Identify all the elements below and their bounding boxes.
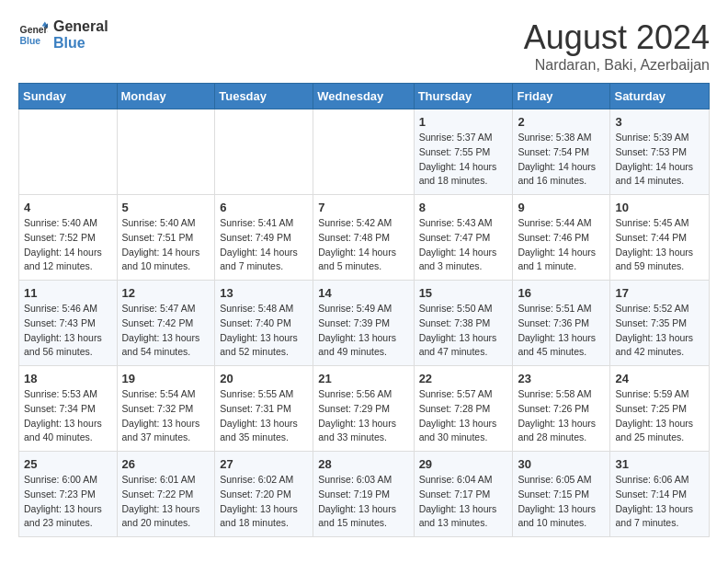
day-number: 9 [518,201,605,214]
day-number: 23 [518,372,605,385]
day-info: Sunrise: 5:55 AMSunset: 7:31 PMDaylight:… [220,387,308,445]
logo-line2: Blue [53,35,108,52]
day-cell: 31Sunrise: 6:06 AMSunset: 7:14 PMDayligh… [610,452,710,537]
day-number: 28 [318,457,408,471]
week-row-3: 11Sunrise: 5:46 AMSunset: 7:43 PMDayligh… [19,281,710,366]
day-info: Sunrise: 5:56 AMSunset: 7:29 PMDaylight:… [318,387,408,445]
day-number: 10 [615,201,704,214]
day-number: 17 [615,286,704,300]
day-cell: 28Sunrise: 6:03 AMSunset: 7:19 PMDayligh… [313,452,414,537]
logo: General Blue General Blue [18,18,108,51]
day-info: Sunrise: 5:49 AMSunset: 7:39 PMDaylight:… [318,302,408,360]
day-cell: 19Sunrise: 5:54 AMSunset: 7:32 PMDayligh… [117,366,215,452]
day-info: Sunrise: 5:47 AMSunset: 7:42 PMDaylight:… [122,302,210,360]
day-number: 25 [24,457,112,471]
day-number: 7 [318,201,408,214]
day-info: Sunrise: 5:48 AMSunset: 7:40 PMDaylight:… [220,302,308,360]
day-cell: 12Sunrise: 5:47 AMSunset: 7:42 PMDayligh… [117,281,215,366]
day-info: Sunrise: 6:02 AMSunset: 7:20 PMDaylight:… [220,473,308,531]
day-info: Sunrise: 6:05 AMSunset: 7:15 PMDaylight:… [518,473,605,531]
day-number: 26 [122,457,210,471]
day-cell: 23Sunrise: 5:58 AMSunset: 7:26 PMDayligh… [513,366,610,452]
day-info: Sunrise: 6:00 AMSunset: 7:23 PMDaylight:… [24,473,112,531]
day-number: 2 [518,115,605,129]
header-cell-monday: Monday [117,84,215,109]
day-cell: 24Sunrise: 5:59 AMSunset: 7:25 PMDayligh… [610,366,710,452]
day-info: Sunrise: 5:39 AMSunset: 7:53 PMDaylight:… [615,131,704,189]
week-row-5: 25Sunrise: 6:00 AMSunset: 7:23 PMDayligh… [19,452,710,537]
week-row-1: 1Sunrise: 5:37 AMSunset: 7:55 PMDaylight… [19,109,710,195]
day-cell: 17Sunrise: 5:52 AMSunset: 7:35 PMDayligh… [610,281,710,366]
header-row: SundayMondayTuesdayWednesdayThursdayFrid… [19,84,710,109]
day-info: Sunrise: 6:04 AMSunset: 7:17 PMDaylight:… [419,473,508,531]
day-info: Sunrise: 5:41 AMSunset: 7:49 PMDaylight:… [220,216,308,274]
week-row-2: 4Sunrise: 5:40 AMSunset: 7:52 PMDaylight… [19,195,710,281]
day-cell: 20Sunrise: 5:55 AMSunset: 7:31 PMDayligh… [215,366,313,452]
header-cell-friday: Friday [513,84,610,109]
day-cell: 30Sunrise: 6:05 AMSunset: 7:15 PMDayligh… [513,452,610,537]
day-info: Sunrise: 5:40 AMSunset: 7:52 PMDaylight:… [24,216,112,274]
calendar-table: SundayMondayTuesdayWednesdayThursdayFrid… [18,83,710,537]
day-info: Sunrise: 5:53 AMSunset: 7:34 PMDaylight:… [24,387,112,445]
day-number: 24 [615,372,704,385]
day-number: 16 [518,286,605,300]
day-info: Sunrise: 5:40 AMSunset: 7:51 PMDaylight:… [122,216,210,274]
day-number: 13 [220,286,308,300]
day-info: Sunrise: 5:42 AMSunset: 7:48 PMDaylight:… [318,216,408,274]
day-cell: 29Sunrise: 6:04 AMSunset: 7:17 PMDayligh… [414,452,513,537]
header-cell-wednesday: Wednesday [313,84,414,109]
day-number: 11 [24,286,112,300]
header-cell-saturday: Saturday [610,84,710,109]
svg-text:Blue: Blue [20,35,41,45]
day-number: 3 [615,115,704,129]
day-number: 19 [122,372,210,385]
day-cell: 14Sunrise: 5:49 AMSunset: 7:39 PMDayligh… [313,281,414,366]
week-row-4: 18Sunrise: 5:53 AMSunset: 7:34 PMDayligh… [19,366,710,452]
day-info: Sunrise: 5:45 AMSunset: 7:44 PMDaylight:… [615,216,704,274]
day-cell: 4Sunrise: 5:40 AMSunset: 7:52 PMDaylight… [19,195,118,281]
day-info: Sunrise: 5:51 AMSunset: 7:36 PMDaylight:… [518,302,605,360]
header-cell-tuesday: Tuesday [215,84,313,109]
day-cell: 7Sunrise: 5:42 AMSunset: 7:48 PMDaylight… [313,195,414,281]
logo-line1: General [53,18,108,35]
day-cell: 10Sunrise: 5:45 AMSunset: 7:44 PMDayligh… [610,195,710,281]
day-cell: 11Sunrise: 5:46 AMSunset: 7:43 PMDayligh… [19,281,118,366]
day-info: Sunrise: 5:38 AMSunset: 7:54 PMDaylight:… [518,131,605,189]
day-info: Sunrise: 5:58 AMSunset: 7:26 PMDaylight:… [518,387,605,445]
calendar-title: August 2024 [524,18,710,57]
day-number: 15 [419,286,508,300]
day-info: Sunrise: 5:43 AMSunset: 7:47 PMDaylight:… [419,216,508,274]
day-number: 5 [122,201,210,214]
logo-icon: General Blue [18,20,48,50]
day-number: 21 [318,372,408,385]
day-cell [19,109,118,195]
day-number: 22 [419,372,508,385]
day-number: 12 [122,286,210,300]
day-number: 20 [220,372,308,385]
day-number: 27 [220,457,308,471]
day-number: 29 [419,457,508,471]
day-cell: 18Sunrise: 5:53 AMSunset: 7:34 PMDayligh… [19,366,118,452]
page-header: General Blue General Blue August 2024 Na… [18,18,710,74]
day-number: 14 [318,286,408,300]
day-info: Sunrise: 5:50 AMSunset: 7:38 PMDaylight:… [419,302,508,360]
day-cell [215,109,313,195]
day-cell: 21Sunrise: 5:56 AMSunset: 7:29 PMDayligh… [313,366,414,452]
day-cell [117,109,215,195]
day-cell: 26Sunrise: 6:01 AMSunset: 7:22 PMDayligh… [117,452,215,537]
day-number: 30 [518,457,605,471]
day-info: Sunrise: 6:03 AMSunset: 7:19 PMDaylight:… [318,473,408,531]
header-cell-sunday: Sunday [19,84,118,109]
day-info: Sunrise: 5:57 AMSunset: 7:28 PMDaylight:… [419,387,508,445]
day-number: 31 [615,457,704,471]
day-cell: 9Sunrise: 5:44 AMSunset: 7:46 PMDaylight… [513,195,610,281]
day-info: Sunrise: 6:06 AMSunset: 7:14 PMDaylight:… [615,473,704,531]
day-number: 6 [220,201,308,214]
day-cell [313,109,414,195]
day-cell: 6Sunrise: 5:41 AMSunset: 7:49 PMDaylight… [215,195,313,281]
day-cell: 27Sunrise: 6:02 AMSunset: 7:20 PMDayligh… [215,452,313,537]
day-info: Sunrise: 5:37 AMSunset: 7:55 PMDaylight:… [419,131,508,189]
day-info: Sunrise: 5:52 AMSunset: 7:35 PMDaylight:… [615,302,704,360]
day-info: Sunrise: 5:54 AMSunset: 7:32 PMDaylight:… [122,387,210,445]
day-cell: 2Sunrise: 5:38 AMSunset: 7:54 PMDaylight… [513,109,610,195]
